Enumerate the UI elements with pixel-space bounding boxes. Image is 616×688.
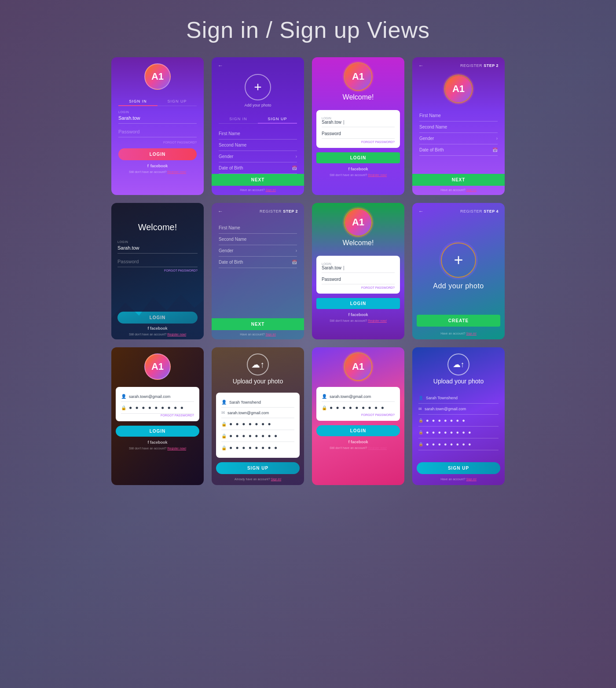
step-label-8: REGISTER STEP 4 [428,209,499,213]
login-btn-9[interactable]: LOGIN [116,426,199,437]
card-signup-photo-2: ← + Add your photo SIGN IN SIGN UP First… [212,57,304,195]
create-btn-8[interactable]: CREATE [417,315,500,327]
login-btn-3[interactable]: LOGIN [316,152,400,163]
facebook-5[interactable]: f facebook [111,326,204,331]
logo-7: A1 [345,209,371,235]
register-link-1[interactable]: Register now! [167,170,186,173]
email-10[interactable]: sarah.town@gmail.com [227,411,269,415]
facebook-7[interactable]: f facebook [312,313,404,317]
facebook-3[interactable]: f facebook [312,167,404,171]
signin-link-6[interactable]: Sign in! [266,333,276,336]
user-icon-9: 👤 [121,394,126,399]
second-name-4[interactable]: Second Name [419,121,498,133]
gender-2[interactable]: Gender › [219,151,297,162]
dob-4[interactable]: Date of Birth 📅 [419,144,498,156]
lock-icon-10a: 🔒 [221,422,227,427]
second-name-2[interactable]: Second Name [219,140,297,151]
first-name-6[interactable]: First Name [219,222,297,234]
second-name-6[interactable]: Second Name [219,234,297,245]
forgot-5[interactable]: FORGOT PASSWORD? [117,269,198,272]
gender-4[interactable]: Gender › [419,133,498,144]
card-register-step4-8: ← REGISTER STEP 4 + Add your photo CREAT… [412,203,505,339]
email-11[interactable]: sarah.town@gmail.com [330,394,371,399]
forgot-9[interactable]: FORGOT PASSWORD? [121,414,194,417]
register-text-7: Still don't have an account? Register no… [312,319,404,326]
password-dots-11[interactable]: ● ● ● ● ● ● ● ● ● [330,405,385,411]
login-value-3[interactable]: Sarah.tow [322,120,395,125]
step-label-6: REGISTER STEP 2 [227,209,298,213]
signin-link-4[interactable]: Sign in! [466,188,477,191]
upload-title-10: Upload your photo [212,378,304,385]
login-box-7: LOGIN Sarah.tow Password FORGOT PASSWORD… [316,256,400,294]
forgot-pw-1[interactable]: FORGOT PASSWORD? [118,141,197,144]
login-box-11: 👤 sarah.town@gmail.com 🔒 ● ● ● ● ● ● ● ●… [316,387,400,421]
register-text-5: Still don't have an account? Register no… [111,333,204,339]
login-box-3: LOGIN Sarah.tow Password FORGOT PASSWORD… [316,110,400,148]
signin-link-8[interactable]: Sign in! [466,332,477,335]
back-arrow-2[interactable]: ← [218,63,224,69]
register-link-5[interactable]: Register now! [167,333,186,336]
register-link-3[interactable]: Register now! [368,173,387,177]
signup-btn-12[interactable]: SIGN UP [417,462,500,474]
facebook-1[interactable]: ffacebook [118,164,197,168]
email-9[interactable]: sarah.town@gmail.com [129,394,170,399]
back-arrow-4[interactable]: ← [418,63,424,69]
login-label-1: LOGIN [118,110,197,114]
add-photo-icon-8[interactable]: + [441,243,476,278]
back-arrow-6[interactable]: ← [218,208,224,214]
login-value-7[interactable]: Sarah.tow [322,265,395,270]
signup-btn-10[interactable]: SIGN UP [216,462,300,474]
next-btn-2[interactable]: NEXT [212,174,304,186]
facebook-11[interactable]: f facebook [312,440,404,444]
password-5[interactable]: Password [117,259,139,264]
register-link-7[interactable]: Register now! [368,319,387,322]
card-welcome-5: Welcome! LOGIN Sarah.tow Password FORGOT… [111,203,204,339]
tab-signup-2[interactable]: SIGN UP [258,114,297,123]
forgot-3[interactable]: FORGOT PASSWORD? [322,140,395,143]
pw3-10[interactable]: ● ● ● ● ● ● ● ● [229,445,278,451]
password-3[interactable]: Password [322,131,395,136]
dob-6[interactable]: Date of Birth 📅 [219,257,297,268]
pw3-12[interactable]: 🔒 ● ● ● ● ● ● ● ● [418,438,499,450]
password-dots-9[interactable]: ● ● ● ● ● ● ● ● ● [129,405,184,411]
forgot-7[interactable]: FORGOT PASSWORD? [322,286,395,289]
email-12[interactable]: ✉ sarah.town@gmail.com [418,404,499,415]
back-arrow-8[interactable]: ← [418,208,424,214]
signin-link-10[interactable]: Sign in! [271,478,281,481]
tab-signup-1[interactable]: SIGN UP [158,97,197,106]
signin-link-12[interactable]: Sign in! [466,478,477,481]
signin-link-2[interactable]: Sign in! [266,188,276,191]
gender-6[interactable]: Gender › [219,245,297,257]
pw2-12[interactable]: 🔒 ● ● ● ● ● ● ● ● [418,427,499,438]
login-btn-11[interactable]: LOGIN [316,425,400,436]
register-link-9[interactable]: Register now! [167,447,186,450]
dob-2[interactable]: Date of Birth 📅 [219,162,297,174]
welcome-3: Welcome! [312,93,404,101]
first-name-4[interactable]: First Name [419,110,498,121]
lock-icon-10b: 🔒 [221,434,227,438]
next-btn-6[interactable]: NEXT [212,318,304,330]
logo-3: A1 [345,63,371,90]
password-field-1[interactable]: Password [118,129,139,134]
name-12[interactable]: 👤 Sarah Townshend [418,393,499,404]
password-7[interactable]: Password [322,277,395,282]
first-name-2[interactable]: First Name [219,128,297,140]
name-10[interactable]: Sarah Townshend [229,400,261,405]
login-btn-7[interactable]: LOGIN [316,298,400,309]
facebook-9[interactable]: f facebook [111,440,204,445]
have-account-6: Have an account? Sign in! [212,330,304,339]
pw2-10[interactable]: ● ● ● ● ● ● ● ● [229,433,278,439]
add-photo-icon-2[interactable]: + [245,74,271,100]
next-btn-4[interactable]: NEXT [412,174,505,186]
pw1-12[interactable]: 🔒 ● ● ● ● ● ● ● [418,415,499,427]
tab-signin-2[interactable]: SIGN IN [219,114,258,123]
card-purple-mountains-11: A1 👤 sarah.town@gmail.com 🔒 ● ● ● ● ● ● … [312,347,404,485]
lock-icon-11: 🔒 [322,405,327,410]
login-btn-1[interactable]: LOGIN [118,148,197,160]
logo-11: A1 [345,353,371,380]
tab-signin-1[interactable]: SIGN IN [118,97,158,106]
forgot-11[interactable]: FORGOT PASSWORD? [322,413,395,416]
register-link-11[interactable]: Register now! [368,446,387,449]
pw1-10[interactable]: ● ● ● ● ● ● ● [229,421,272,427]
lock-icon-10c: 🔒 [221,445,227,450]
